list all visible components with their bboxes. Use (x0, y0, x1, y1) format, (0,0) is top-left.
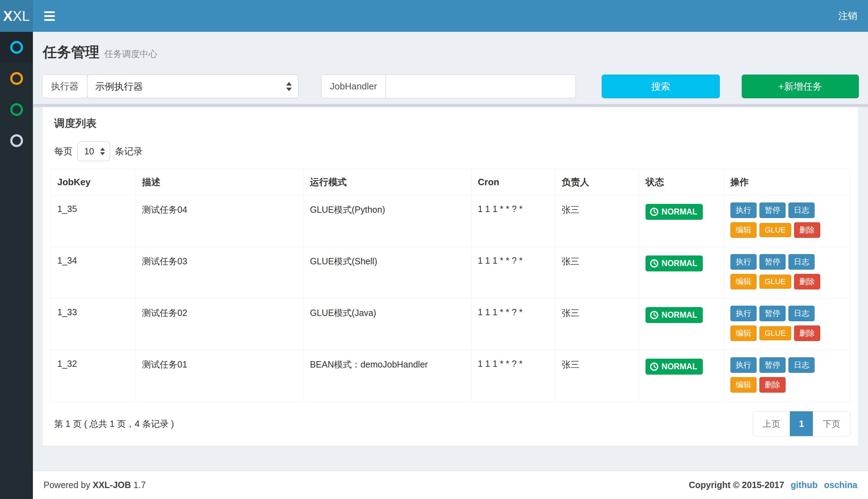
sidebar-item-nav-job-log[interactable] (0, 94, 33, 125)
logo-text-bold: X (3, 8, 13, 24)
mode-cell: GLUE模式(Java) (303, 299, 471, 350)
sidebar-item-nav-help[interactable] (0, 125, 33, 156)
jobhandler-filter-group: JobHandler (321, 75, 576, 98)
action-button-暂停[interactable]: 暂停 (759, 306, 786, 321)
column-header: 描述 (135, 169, 303, 195)
action-button-执行[interactable]: 执行 (730, 357, 757, 373)
action-button-日志[interactable]: 日志 (788, 357, 815, 373)
action-button-暂停[interactable]: 暂停 (759, 357, 786, 373)
column-header: Cron (471, 169, 555, 195)
select-caret-icon (100, 147, 105, 155)
owner-cell: 张三 (555, 350, 639, 402)
schedule-list-panel: 调度列表 每页 10 条记录 JobKey描述运行模式Cron负责人状态操作 1… (43, 107, 858, 446)
page-size-control: 每页 10 条记录 (51, 141, 850, 161)
panel-title: 调度列表 (51, 116, 850, 131)
jobhandler-input[interactable] (386, 75, 576, 98)
action-button-日志[interactable]: 日志 (788, 202, 815, 218)
page-size-select[interactable]: 10 (77, 141, 110, 161)
action-button-glue[interactable]: GLUE (759, 326, 791, 340)
oschina-link[interactable]: oschina (824, 480, 857, 490)
action-button-glue[interactable]: GLUE (759, 275, 791, 289)
sidebar (0, 32, 33, 499)
action-button-glue[interactable]: GLUE (759, 223, 791, 237)
status-cell: NORMAL (639, 350, 724, 402)
action-button-编辑[interactable]: 编辑 (730, 274, 757, 289)
select-caret-icon (286, 82, 292, 91)
prev-page-button[interactable]: 上页 (753, 411, 790, 436)
owner-cell: 张三 (555, 299, 639, 350)
pagination-summary: 第 1 页 ( 总共 1 页，4 条记录 ) (51, 418, 174, 430)
top-navbar: XXL 注销 (0, 0, 868, 32)
cron-cell: 1 1 1 * * ? * (471, 195, 555, 247)
powered-by: Powered by XXL-JOB 1.7 (44, 480, 146, 490)
cron-cell: 1 1 1 * * ? * (471, 350, 555, 402)
clock-icon (650, 362, 659, 371)
action-button-暂停[interactable]: 暂停 (759, 254, 786, 270)
page-size-suffix: 条记录 (115, 145, 143, 158)
next-page-button[interactable]: 下页 (813, 411, 850, 436)
sidebar-item-nav-executor[interactable] (0, 63, 33, 94)
table-row: 1_33测试任务02GLUE模式(Java)1 1 1 * * ? *张三NOR… (51, 299, 850, 350)
status-cell: NORMAL (639, 299, 724, 350)
action-button-编辑[interactable]: 编辑 (730, 325, 757, 341)
cron-cell: 1 1 1 * * ? * (471, 247, 555, 299)
action-button-删除[interactable]: 删除 (759, 377, 786, 393)
sidebar-item-nav-dashboard[interactable] (0, 32, 33, 63)
action-button-编辑[interactable]: 编辑 (730, 377, 757, 393)
actions-cell: 执行暂停日志编辑GLUE删除 (724, 299, 850, 350)
current-page-button[interactable]: 1 (790, 411, 813, 436)
column-header: 操作 (724, 169, 850, 195)
table-header-row: JobKey描述运行模式Cron负责人状态操作 (51, 169, 850, 195)
desc-cell: 测试任务04 (135, 195, 303, 247)
circle-icon (10, 41, 23, 54)
content-header: 任务管理任务调度中心 (33, 32, 868, 75)
page-size-prefix: 每页 (54, 145, 73, 158)
page-title-text: 任务管理 (43, 42, 99, 62)
executor-select[interactable]: 示例执行器 (87, 75, 299, 98)
app-logo[interactable]: XXL (0, 0, 33, 32)
action-button-执行[interactable]: 执行 (730, 254, 757, 270)
action-button-日志[interactable]: 日志 (788, 306, 815, 321)
page-footer: Powered by XXL-JOB 1.7 Copyright © 2015-… (33, 471, 868, 499)
sidebar-toggle-icon[interactable] (44, 11, 55, 21)
status-text: NORMAL (661, 207, 697, 217)
action-button-执行[interactable]: 执行 (730, 202, 757, 218)
column-header: JobKey (51, 169, 136, 195)
github-link[interactable]: github (791, 480, 817, 490)
table-row: 1_34测试任务03GLUE模式(Shell)1 1 1 * * ? *张三NO… (51, 247, 850, 299)
powered-by-prefix: Powered by (44, 480, 90, 490)
mode-cell: GLUE模式(Shell) (303, 247, 471, 299)
cron-cell: 1 1 1 * * ? * (471, 299, 555, 350)
jobkey-cell: 1_33 (51, 299, 136, 350)
logout-link[interactable]: 注销 (838, 10, 857, 22)
action-button-执行[interactable]: 执行 (730, 306, 757, 321)
desc-cell: 测试任务01 (135, 350, 303, 402)
action-button-删除[interactable]: 删除 (794, 325, 820, 341)
table-row: 1_35测试任务04GLUE模式(Python)1 1 1 * * ? *张三N… (51, 195, 850, 247)
jobkey-cell: 1_32 (51, 350, 136, 402)
action-button-编辑[interactable]: 编辑 (730, 222, 757, 238)
owner-cell: 张三 (555, 247, 639, 299)
action-button-暂停[interactable]: 暂停 (759, 202, 786, 218)
copyright-area: Copyright © 2015-2017 github oschina (689, 480, 857, 490)
search-button[interactable]: 搜索 (602, 75, 720, 98)
action-button-删除[interactable]: 删除 (794, 222, 820, 238)
desc-cell: 测试任务02 (135, 299, 303, 350)
status-text: NORMAL (661, 362, 697, 371)
column-header: 运行模式 (303, 169, 471, 195)
action-button-删除[interactable]: 删除 (794, 274, 820, 289)
section-divider (33, 104, 868, 107)
actions-cell: 执行暂停日志编辑GLUE删除 (724, 195, 850, 247)
actions-cell: 执行暂停日志编辑GLUE删除 (724, 247, 850, 299)
status-badge: NORMAL (646, 204, 703, 220)
action-button-日志[interactable]: 日志 (788, 254, 815, 270)
add-job-button[interactable]: +新增任务 (742, 75, 859, 98)
executor-label: 执行器 (42, 75, 87, 98)
jobhandler-label: JobHandler (321, 75, 386, 98)
jobkey-cell: 1_34 (51, 247, 136, 299)
owner-cell: 张三 (555, 195, 639, 247)
actions-cell: 执行暂停日志编辑删除 (724, 350, 850, 402)
status-badge: NORMAL (646, 359, 703, 375)
mode-cell: GLUE模式(Python) (303, 195, 471, 247)
main-content: 任务管理任务调度中心 执行器 示例执行器 JobHandler 搜索 +新增任务… (33, 32, 868, 446)
